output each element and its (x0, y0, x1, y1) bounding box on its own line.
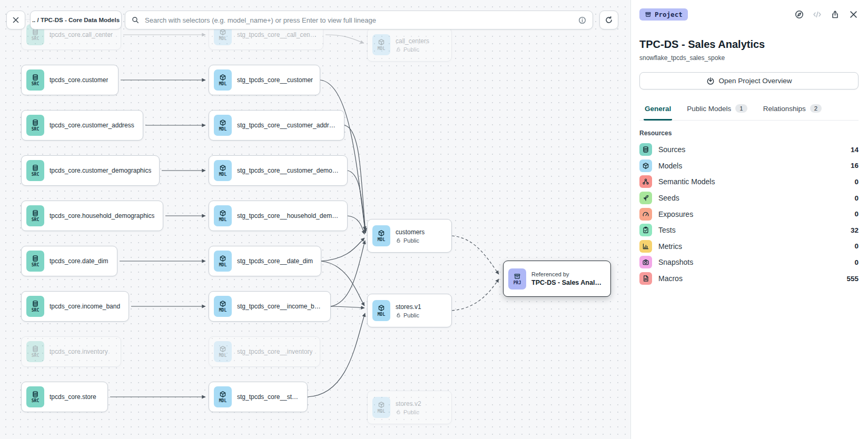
share-icon[interactable] (831, 10, 840, 19)
resource-label: Seeds (658, 194, 848, 202)
breadcrumb[interactable]: .. / TPC-DS - Core Data Models (30, 11, 122, 29)
node-stg-date-dim[interactable]: MDL stg_tpcds_core__date_dim (209, 246, 321, 276)
tab-label: Relationships (763, 105, 806, 113)
node-tpcds-core-customer-demographics[interactable]: SRC tpcds_core.customer_demographics (21, 155, 160, 186)
panel-tabs: General Public Models 1 Relationships 2 (639, 99, 859, 121)
resource-count: 0 (854, 210, 859, 218)
tab-public-models[interactable]: Public Models 1 (686, 99, 748, 121)
resource-row-snapshots[interactable]: Snapshots 0 (639, 254, 859, 271)
node-stores-v1[interactable]: MDL stores.v1 Public (367, 294, 452, 327)
project-badge: PRJ (508, 268, 526, 290)
metrics-icon (639, 240, 652, 253)
node-label: stg_tpcds_core__customer_demogra… (237, 167, 341, 174)
lineage-canvas[interactable]: SRC tpcds_core.call_center MDL stg_tpcds… (0, 0, 630, 439)
node-stg-household-demographics[interactable]: MDL stg_tpcds_core__household_demogr… (209, 201, 348, 231)
source-badge: SRC (26, 160, 44, 181)
node-stores-v2[interactable]: MDL stores.v2 Public (367, 391, 452, 424)
source-badge: SRC (26, 341, 44, 362)
panel-subtitle: snowflake_tpcds_sales_spoke (639, 54, 859, 62)
model-badge: MDL (372, 34, 390, 55)
node-label: tpcds_core.store (50, 393, 96, 401)
node-tpcds-core-date-dim[interactable]: SRC tpcds_core.date_dim (21, 246, 117, 276)
visibility: Public (396, 237, 425, 244)
source-badge: SRC (26, 251, 44, 272)
node-tpcds-core-customer[interactable]: SRC tpcds_core.customer (21, 65, 119, 95)
resource-row-metrics[interactable]: Metrics 0 (639, 238, 859, 255)
tab-label: General (645, 105, 671, 113)
node-label: tpcds_core.inventory (50, 348, 108, 355)
project-name: TPC-DS - Sales Analytics (531, 279, 604, 286)
resource-label: Metrics (658, 242, 848, 251)
tab-relationships[interactable]: Relationships 2 (762, 99, 823, 121)
node-label: call_centers (396, 37, 429, 45)
model-badge: MDL (214, 386, 232, 407)
overview-icon (706, 77, 715, 85)
node-tpcds-core-inventory[interactable]: SRC tpcds_core.inventory (21, 336, 121, 367)
resource-count: 0 (854, 178, 859, 186)
resource-label: Tests (658, 226, 844, 234)
node-stg-income-band[interactable]: MDL stg_tpcds_core__income_band (209, 291, 331, 322)
node-stg-customer[interactable]: MDL stg_tpcds_core__customer (209, 65, 320, 95)
model-badge: MDL (372, 300, 390, 321)
open-project-overview-button[interactable]: Open Project Overview (639, 72, 859, 89)
node-label: stg_tpcds_core__store (237, 393, 301, 401)
model-badge: MDL (214, 341, 232, 362)
resource-row-sources[interactable]: Sources 14 (639, 142, 859, 158)
search-icon (132, 16, 139, 24)
node-label: tpcds_core.customer_demographics (50, 167, 151, 174)
resource-row-macros[interactable]: Macros 555 (639, 271, 859, 287)
close-panel-icon[interactable] (849, 9, 859, 19)
resource-row-models[interactable]: Models 16 (639, 158, 859, 174)
tab-count-badge: 1 (735, 104, 747, 113)
resource-row-semantic-models[interactable]: Semantic Models 0 (639, 174, 859, 190)
node-stg-store[interactable]: MDL stg_tpcds_core__store (209, 382, 308, 412)
node-label: stg_tpcds_core__date_dim (237, 257, 313, 265)
search-input[interactable] (144, 16, 574, 25)
resource-row-tests[interactable]: Tests 32 (639, 222, 859, 238)
node-tpcds-core-household-demographics[interactable]: SRC tpcds_core.household_demographics (21, 201, 163, 231)
project-icon (645, 11, 652, 18)
resource-label: Snapshots (658, 258, 848, 266)
tab-general[interactable]: General (644, 99, 672, 121)
resource-label: Exposures (658, 210, 848, 218)
model-badge: MDL (214, 251, 232, 272)
explore-lineage-icon[interactable] (795, 10, 804, 19)
node-label: stores.v2 (396, 400, 421, 407)
node-label: stg_tpcds_core__customer_address (237, 122, 338, 129)
info-icon[interactable] (578, 16, 586, 24)
project-type-badge: Project (639, 8, 688, 21)
node-stg-customer-demographics[interactable]: MDL stg_tpcds_core__customer_demogra… (209, 155, 348, 186)
semantic-models-icon (639, 175, 652, 188)
tests-icon (639, 224, 652, 236)
node-customers[interactable]: MDL customers Public (367, 219, 452, 253)
refresh-lineage-button[interactable] (599, 11, 618, 29)
node-label: stg_tpcds_core__customer (237, 76, 313, 84)
resources-list: Sources 14 Models 16 Semantic Models 0 S… (639, 142, 859, 286)
view-code-icon[interactable] (813, 10, 822, 19)
node-tpcds-core-customer-address[interactable]: SRC tpcds_core.customer_address (21, 110, 143, 141)
visibility: Public (396, 46, 429, 53)
refresh-icon (605, 16, 613, 24)
snapshots-icon (639, 256, 652, 268)
close-icon (12, 16, 20, 24)
model-badge: MDL (214, 115, 232, 136)
node-tpcds-core-store[interactable]: SRC tpcds_core.store (21, 382, 108, 412)
node-tpcds-core-income-band[interactable]: SRC tpcds_core.income_band (21, 291, 129, 322)
node-project-tpcds-sales-analytics[interactable]: PRJ Referenced by TPC-DS - Sales Analyti… (503, 261, 611, 297)
resource-label: Models (658, 162, 844, 170)
exposures-icon (639, 208, 652, 221)
close-lineage-button[interactable] (6, 11, 25, 29)
node-call-centers[interactable]: MDL call_centers Public (367, 28, 452, 62)
resource-row-exposures[interactable]: Exposures 0 (639, 206, 859, 222)
source-badge: SRC (26, 69, 44, 91)
resource-row-seeds[interactable]: Seeds 0 (639, 190, 859, 206)
source-badge: SRC (26, 296, 44, 317)
model-badge: MDL (214, 160, 232, 181)
resource-label: Sources (658, 145, 844, 154)
source-badge: SRC (26, 115, 44, 136)
resource-count: 0 (854, 194, 859, 202)
node-stg-inventory[interactable]: MDL stg_tpcds_core__inventory (209, 336, 320, 367)
node-stg-customer-address[interactable]: MDL stg_tpcds_core__customer_address (209, 110, 344, 141)
node-label: stg_tpcds_core__income_band (237, 303, 324, 310)
resource-count: 555 (846, 275, 859, 283)
